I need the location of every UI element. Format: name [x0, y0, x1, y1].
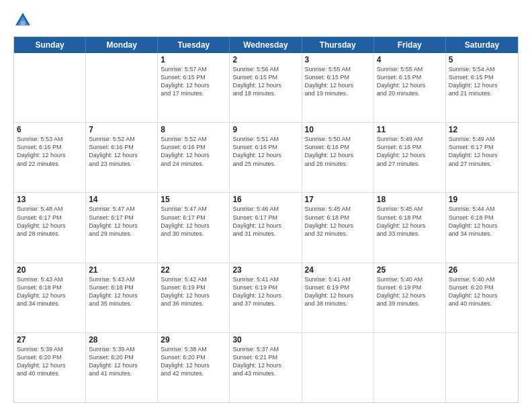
calendar-cell	[446, 333, 518, 402]
day-number: 1	[161, 55, 226, 64]
cell-detail: Sunrise: 5:42 AM Sunset: 6:19 PM Dayligh…	[161, 275, 226, 308]
cell-detail: Sunrise: 5:52 AM Sunset: 6:16 PM Dayligh…	[89, 135, 154, 168]
calendar-header-row: SundayMondayTuesdayWednesdayThursdayFrid…	[14, 37, 518, 53]
cell-detail: Sunrise: 5:56 AM Sunset: 6:15 PM Dayligh…	[232, 65, 298, 98]
calendar-cell: 28Sunrise: 5:39 AM Sunset: 6:20 PM Dayli…	[86, 333, 158, 402]
day-number: 19	[449, 195, 515, 204]
calendar-cell: 3Sunrise: 5:55 AM Sunset: 6:15 PM Daylig…	[302, 53, 374, 122]
day-number: 12	[449, 125, 515, 134]
cell-detail: Sunrise: 5:52 AM Sunset: 6:16 PM Dayligh…	[161, 135, 226, 168]
calendar: SundayMondayTuesdayWednesdayThursdayFrid…	[13, 36, 519, 403]
calendar-cell: 12Sunrise: 5:49 AM Sunset: 6:17 PM Dayli…	[446, 123, 518, 192]
calendar-week-5: 27Sunrise: 5:39 AM Sunset: 6:20 PM Dayli…	[14, 332, 518, 402]
calendar-cell: 24Sunrise: 5:41 AM Sunset: 6:19 PM Dayli…	[302, 263, 374, 332]
cell-detail: Sunrise: 5:40 AM Sunset: 6:20 PM Dayligh…	[449, 275, 515, 308]
cell-detail: Sunrise: 5:43 AM Sunset: 6:18 PM Dayligh…	[89, 275, 154, 308]
calendar-cell: 16Sunrise: 5:46 AM Sunset: 6:17 PM Dayli…	[230, 193, 302, 262]
header-day-tuesday: Tuesday	[158, 37, 230, 53]
day-number: 6	[17, 125, 83, 134]
day-number: 24	[305, 265, 371, 275]
calendar-week-4: 20Sunrise: 5:43 AM Sunset: 6:18 PM Dayli…	[14, 263, 518, 332]
day-number: 30	[232, 335, 298, 345]
day-number: 21	[89, 265, 154, 275]
cell-detail: Sunrise: 5:41 AM Sunset: 6:19 PM Dayligh…	[232, 275, 298, 308]
calendar-cell: 20Sunrise: 5:43 AM Sunset: 6:18 PM Dayli…	[14, 263, 86, 332]
calendar-cell: 23Sunrise: 5:41 AM Sunset: 6:19 PM Dayli…	[230, 263, 302, 332]
day-number: 26	[449, 265, 515, 275]
cell-detail: Sunrise: 5:39 AM Sunset: 6:20 PM Dayligh…	[17, 345, 83, 378]
page: SundayMondayTuesdayWednesdayThursdayFrid…	[0, 0, 532, 411]
calendar-cell	[302, 333, 374, 402]
day-number: 11	[377, 125, 443, 134]
day-number: 20	[17, 265, 83, 275]
cell-detail: Sunrise: 5:51 AM Sunset: 6:16 PM Dayligh…	[232, 135, 298, 168]
day-number: 10	[305, 125, 371, 134]
day-number: 16	[232, 195, 298, 204]
calendar-cell: 17Sunrise: 5:45 AM Sunset: 6:18 PM Dayli…	[302, 193, 374, 262]
cell-detail: Sunrise: 5:47 AM Sunset: 6:17 PM Dayligh…	[89, 205, 154, 238]
calendar-cell: 30Sunrise: 5:37 AM Sunset: 6:21 PM Dayli…	[230, 333, 302, 402]
calendar-cell: 26Sunrise: 5:40 AM Sunset: 6:20 PM Dayli…	[446, 263, 518, 332]
header-day-monday: Monday	[86, 37, 158, 53]
cell-detail: Sunrise: 5:55 AM Sunset: 6:15 PM Dayligh…	[305, 65, 371, 98]
header-day-saturday: Saturday	[446, 37, 518, 53]
calendar-week-1: 1Sunrise: 5:57 AM Sunset: 6:15 PM Daylig…	[14, 53, 518, 122]
day-number: 29	[161, 335, 226, 345]
cell-detail: Sunrise: 5:46 AM Sunset: 6:17 PM Dayligh…	[232, 205, 298, 238]
cell-detail: Sunrise: 5:40 AM Sunset: 6:19 PM Dayligh…	[377, 275, 443, 308]
day-number: 5	[449, 55, 515, 64]
cell-detail: Sunrise: 5:43 AM Sunset: 6:18 PM Dayligh…	[17, 275, 83, 308]
cell-detail: Sunrise: 5:55 AM Sunset: 6:15 PM Dayligh…	[377, 65, 443, 98]
calendar-cell: 25Sunrise: 5:40 AM Sunset: 6:19 PM Dayli…	[374, 263, 446, 332]
calendar-cell	[86, 53, 158, 122]
calendar-cell: 5Sunrise: 5:54 AM Sunset: 6:15 PM Daylig…	[446, 53, 518, 122]
calendar-week-2: 6Sunrise: 5:53 AM Sunset: 6:16 PM Daylig…	[14, 122, 518, 192]
cell-detail: Sunrise: 5:39 AM Sunset: 6:20 PM Dayligh…	[89, 345, 154, 378]
cell-detail: Sunrise: 5:45 AM Sunset: 6:18 PM Dayligh…	[305, 205, 371, 238]
cell-detail: Sunrise: 5:44 AM Sunset: 6:18 PM Dayligh…	[449, 205, 515, 238]
cell-detail: Sunrise: 5:45 AM Sunset: 6:18 PM Dayligh…	[377, 205, 443, 238]
calendar-cell	[374, 333, 446, 402]
day-number: 13	[17, 195, 83, 204]
header-day-friday: Friday	[374, 37, 446, 53]
cell-detail: Sunrise: 5:57 AM Sunset: 6:15 PM Dayligh…	[161, 65, 226, 98]
calendar-body: 1Sunrise: 5:57 AM Sunset: 6:15 PM Daylig…	[14, 53, 518, 402]
day-number: 9	[232, 125, 298, 134]
cell-detail: Sunrise: 5:41 AM Sunset: 6:19 PM Dayligh…	[305, 275, 371, 308]
calendar-cell: 14Sunrise: 5:47 AM Sunset: 6:17 PM Dayli…	[86, 193, 158, 262]
header-day-wednesday: Wednesday	[230, 37, 302, 53]
day-number: 27	[17, 335, 83, 345]
calendar-cell: 29Sunrise: 5:38 AM Sunset: 6:20 PM Dayli…	[158, 333, 230, 402]
calendar-cell	[14, 53, 86, 122]
day-number: 14	[89, 195, 154, 204]
day-number: 2	[232, 55, 298, 64]
calendar-cell: 11Sunrise: 5:49 AM Sunset: 6:16 PM Dayli…	[374, 123, 446, 192]
cell-detail: Sunrise: 5:48 AM Sunset: 6:17 PM Dayligh…	[17, 205, 83, 238]
cell-detail: Sunrise: 5:49 AM Sunset: 6:17 PM Dayligh…	[449, 135, 515, 168]
calendar-cell: 9Sunrise: 5:51 AM Sunset: 6:16 PM Daylig…	[230, 123, 302, 192]
day-number: 23	[232, 265, 298, 275]
header-day-thursday: Thursday	[302, 37, 374, 53]
cell-detail: Sunrise: 5:49 AM Sunset: 6:16 PM Dayligh…	[377, 135, 443, 168]
cell-detail: Sunrise: 5:50 AM Sunset: 6:16 PM Dayligh…	[305, 135, 371, 168]
calendar-cell: 6Sunrise: 5:53 AM Sunset: 6:16 PM Daylig…	[14, 123, 86, 192]
cell-detail: Sunrise: 5:54 AM Sunset: 6:15 PM Dayligh…	[449, 65, 515, 98]
logo	[13, 11, 35, 30]
calendar-cell: 2Sunrise: 5:56 AM Sunset: 6:15 PM Daylig…	[230, 53, 302, 122]
calendar-cell: 27Sunrise: 5:39 AM Sunset: 6:20 PM Dayli…	[14, 333, 86, 402]
cell-detail: Sunrise: 5:37 AM Sunset: 6:21 PM Dayligh…	[232, 345, 298, 378]
cell-detail: Sunrise: 5:53 AM Sunset: 6:16 PM Dayligh…	[17, 135, 83, 168]
calendar-cell: 15Sunrise: 5:47 AM Sunset: 6:17 PM Dayli…	[158, 193, 230, 262]
day-number: 25	[377, 265, 443, 275]
day-number: 8	[161, 125, 226, 134]
calendar-cell: 8Sunrise: 5:52 AM Sunset: 6:16 PM Daylig…	[158, 123, 230, 192]
header-day-sunday: Sunday	[14, 37, 86, 53]
calendar-week-3: 13Sunrise: 5:48 AM Sunset: 6:17 PM Dayli…	[14, 192, 518, 262]
header	[13, 11, 519, 30]
calendar-cell: 18Sunrise: 5:45 AM Sunset: 6:18 PM Dayli…	[374, 193, 446, 262]
day-number: 15	[161, 195, 226, 204]
day-number: 28	[89, 335, 154, 345]
calendar-cell: 4Sunrise: 5:55 AM Sunset: 6:15 PM Daylig…	[374, 53, 446, 122]
day-number: 17	[305, 195, 371, 204]
day-number: 4	[377, 55, 443, 64]
